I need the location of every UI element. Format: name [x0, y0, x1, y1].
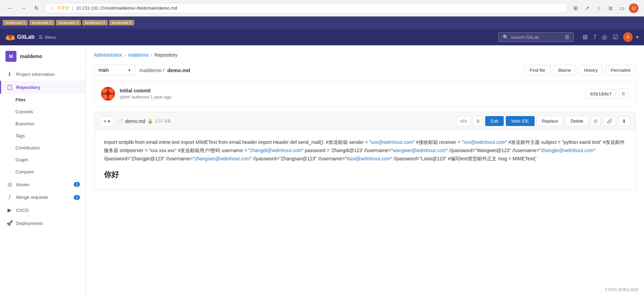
link-username5[interactable]: lisisi@wdmhout.com — [347, 156, 391, 161]
find-file-button[interactable]: Find file — [524, 65, 550, 76]
share-button[interactable]: ↗ — [582, 3, 592, 13]
address-bar[interactable]: ⚠ 不安全 | 10.233.100.15/root/maildemo/-/bl… — [45, 3, 567, 13]
gitlab-wordmark: GitLab — [17, 34, 35, 40]
commit-author-avatar — [101, 87, 115, 101]
copy-path-icon: ⎘ — [594, 118, 597, 124]
bookmark-bar: bookmark 1 bookmark 2 bookmark 3 bookmar… — [0, 16, 644, 29]
merge-requests-sidebar-icon: ⤴ — [7, 194, 13, 200]
bookmark-1[interactable]: bookmark 1 — [3, 20, 28, 25]
bookmark-2[interactable]: bookmark 2 — [29, 20, 54, 25]
sidebar-item-deployments[interactable]: 🚀 Deployments — [0, 217, 85, 230]
bookmark-4[interactable]: bookmark 4 — [82, 20, 107, 25]
permalink-file-button[interactable]: 🔗 — [603, 116, 616, 126]
file-header-bar: main ▾ maildemo / demo.md Find file Blam… — [94, 65, 636, 76]
sidebar-label-merge-requests: Merge requests — [16, 195, 48, 200]
browser-chrome: ← → ↻ ⚠ 不安全 | 10.233.100.15/root/maildem… — [0, 0, 644, 16]
forward-button[interactable]: → — [19, 3, 28, 13]
address-path: /root/maildemo/-/blob/main/demo.md — [105, 5, 177, 11]
link-username4[interactable]: zhangsan@wdmhout.com — [194, 156, 250, 161]
sidebar-item-files[interactable]: Files — [0, 94, 85, 106]
menu-toggle[interactable]: ☰ Menu — [39, 35, 56, 40]
branch-dropdown[interactable]: main ▾ — [94, 65, 135, 76]
link-username1[interactable]: zhangdi@wdmhout.com — [250, 148, 301, 153]
back-button[interactable]: ← — [5, 3, 15, 13]
sidebar-item-cicd[interactable]: ▶ CI/CD — [0, 204, 85, 217]
sidebar-item-tags[interactable]: Tags — [0, 130, 85, 142]
search-bar[interactable]: 🔍 Search GitLab / — [498, 32, 574, 42]
issues-icon[interactable]: ◎ — [600, 32, 609, 42]
new-item-icon[interactable]: ⊞ — [581, 32, 589, 42]
download-button[interactable]: ⬇ — [618, 116, 630, 126]
reload-button[interactable]: ↻ — [32, 3, 41, 13]
sidebar-label-tags: Tags — [15, 133, 25, 138]
download-icon: ⬇ — [622, 118, 626, 124]
copy-content-button[interactable]: ⎘ — [473, 116, 483, 126]
file-viewer-header: ≡ ▾ 📄 demo.md 🔒 1.57 KB </> ⎘ Edit — [94, 112, 635, 130]
sidebar-item-merge-requests[interactable]: ⤴ Merge requests 0 — [0, 191, 85, 204]
topbar: GitLab ☰ Menu 🔍 Search GitLab / ⊞ ⤴ ◎ ☑ … — [0, 29, 644, 45]
edit-button[interactable]: Edit — [485, 116, 504, 126]
permalink-button[interactable]: Permalink — [606, 65, 636, 76]
user-menu-chevron[interactable]: ▾ — [636, 34, 639, 40]
commit-avatar-inner — [101, 87, 115, 101]
merge-requests-badge: 0 — [74, 195, 80, 200]
link-receiver[interactable]: xxx@wdmhout.com — [463, 139, 505, 145]
topbar-action-icons: ⊞ ⤴ ◎ ☑ — [581, 32, 620, 42]
sidebar-item-commits[interactable]: Commits — [0, 106, 85, 118]
sidebar-item-repository[interactable]: 📋 Repository — [0, 81, 85, 94]
search-icon: 🔍 — [503, 34, 509, 40]
commit-author: sjhhh — [120, 94, 130, 100]
link-username2[interactable]: wangwei@wdmhout.com — [393, 148, 446, 153]
copy-content-icon: ⎘ — [477, 118, 479, 124]
extensions-button[interactable]: ⧉ — [606, 3, 615, 13]
commit-info-box: Initial commit sjhhh authored 1 year ago… — [94, 81, 636, 106]
todos-icon[interactable]: ☑ — [611, 32, 620, 42]
branch-dropdown-chevron-icon: ▾ — [128, 67, 131, 73]
bookmark-5[interactable]: bookmark 5 — [109, 20, 134, 25]
blame-button[interactable]: Blame — [553, 65, 576, 76]
address-separator: | — [72, 5, 73, 11]
copy-hash-button[interactable]: ⎘ — [618, 89, 629, 99]
file-lock-icon: 🔒 — [147, 118, 153, 124]
link-sender[interactable]: xxx@wdmhout.com — [371, 139, 413, 145]
list-icon: ≡ — [104, 118, 106, 124]
history-button[interactable]: History — [579, 65, 603, 76]
translate-button[interactable]: ⊞ — [571, 3, 580, 13]
web-ide-button[interactable]: Web IDE — [506, 116, 535, 126]
issues-sidebar-icon: ◎ — [7, 181, 13, 187]
gitlab-logo-icon — [5, 32, 15, 42]
breadcrumb-admin[interactable]: Administrator — [94, 52, 122, 58]
delete-button[interactable]: Delete — [565, 116, 588, 126]
gitlab-logo[interactable]: GitLab — [5, 32, 35, 42]
sidebar-item-issues[interactable]: ◎ Issues 0 — [0, 178, 85, 191]
sidebar-item-branches[interactable]: Branches — [0, 118, 85, 130]
security-warning-icon: ⚠ — [50, 6, 54, 11]
sidebar-item-contributors[interactable]: Contributors — [0, 142, 85, 154]
sidebar-item-graph[interactable]: Graph — [0, 154, 85, 166]
sidebar-label-repository: Repository — [16, 85, 40, 90]
search-shortcut: / — [565, 35, 569, 39]
file-size: 1.57 KB — [155, 118, 171, 124]
commit-hash-button[interactable]: 65b18de7 — [586, 89, 616, 99]
hamburger-icon: ☰ — [39, 35, 43, 40]
profile-button[interactable]: U — [629, 3, 639, 13]
breadcrumb-project[interactable]: maildemo — [128, 52, 149, 58]
list-view-button[interactable]: ≡ ▾ — [100, 116, 114, 126]
breadcrumb-sep-2: › — [151, 52, 153, 58]
raw-code-button[interactable]: </> — [456, 116, 470, 126]
file-viewer-name: 📄 demo.md 🔒 1.57 KB — [117, 118, 171, 124]
file-header-actions: Find file Blame History Permalink — [524, 65, 636, 76]
sidebar-item-compare[interactable]: Compare — [0, 166, 85, 178]
user-avatar[interactable]: A — [623, 32, 633, 42]
svg-rect-9 — [103, 95, 107, 99]
merge-requests-icon[interactable]: ⤴ — [592, 32, 598, 42]
avatar-pattern — [101, 87, 115, 101]
copy-path-button[interactable]: ⎘ — [591, 116, 601, 126]
split-view-button[interactable]: ▭ — [617, 3, 627, 13]
bookmark-button[interactable]: ☆ — [594, 3, 604, 13]
replace-button[interactable]: Replace — [537, 116, 563, 126]
sidebar-item-project-information[interactable]: ℹ Project information — [0, 68, 85, 81]
sidebar: M maildemo ℹ Project information 📋 Repos… — [0, 45, 86, 297]
link-username3[interactable]: zhangjie@wdmhout.com — [541, 148, 594, 153]
bookmark-3[interactable]: bookmark 3 — [56, 20, 81, 25]
